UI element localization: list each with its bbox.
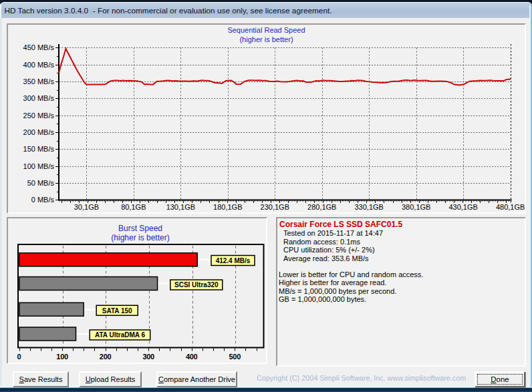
svg-text:80,1GB: 80,1GB [121,203,146,211]
svg-text:150 MB/s: 150 MB/s [23,145,55,153]
svg-text:130,1GB: 130,1GB [166,203,195,211]
svg-text:0: 0 [17,353,21,361]
svg-text:380,1GB: 380,1GB [402,203,430,211]
svg-text:500: 500 [229,353,241,361]
svg-text:280,1GB: 280,1GB [307,203,336,211]
svg-text:400: 400 [186,353,198,361]
svg-text:SCSI Ultra320: SCSI Ultra320 [174,281,219,288]
svg-text:200: 200 [100,353,112,361]
svg-text:100: 100 [56,353,68,361]
svg-text:330,1GB: 330,1GB [355,203,384,211]
svg-text:30,1GB: 30,1GB [74,203,99,211]
svg-text:300: 300 [142,353,154,361]
svg-text:480,1GB: 480,1GB [496,203,525,211]
svg-text:230,1GB: 230,1GB [261,203,289,211]
svg-text:0 MB/s: 0 MB/s [31,196,55,204]
svg-text:SATA 150: SATA 150 [102,307,132,315]
svg-text:50 MB/s: 50 MB/s [27,179,55,187]
svg-text:300 MB/s: 300 MB/s [23,94,55,102]
svg-text:250 MB/s: 250 MB/s [23,112,55,120]
svg-text:350 MB/s: 350 MB/s [23,77,55,85]
svg-text:180,1GB: 180,1GB [213,203,242,211]
svg-text:ATA UltraDMA 6: ATA UltraDMA 6 [95,331,145,339]
svg-text:100 MB/s: 100 MB/s [23,162,55,170]
svg-text:412.4 MB/s: 412.4 MB/s [216,257,251,264]
svg-text:400 MB/s: 400 MB/s [23,61,55,69]
svg-text:450 MB/s: 450 MB/s [23,43,55,51]
svg-text:430,1GB: 430,1GB [448,203,477,211]
svg-text:200 MB/s: 200 MB/s [23,128,55,136]
